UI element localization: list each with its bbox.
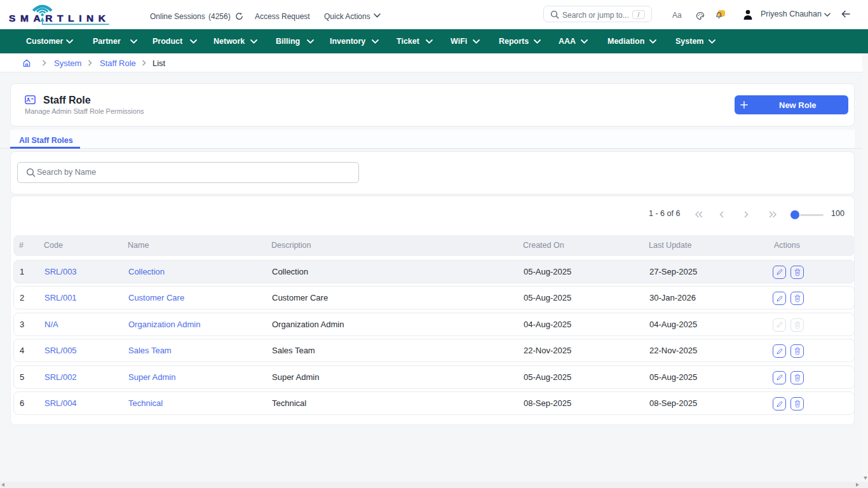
svg-text:SMARTLINK: SMARTLINK xyxy=(9,13,111,24)
